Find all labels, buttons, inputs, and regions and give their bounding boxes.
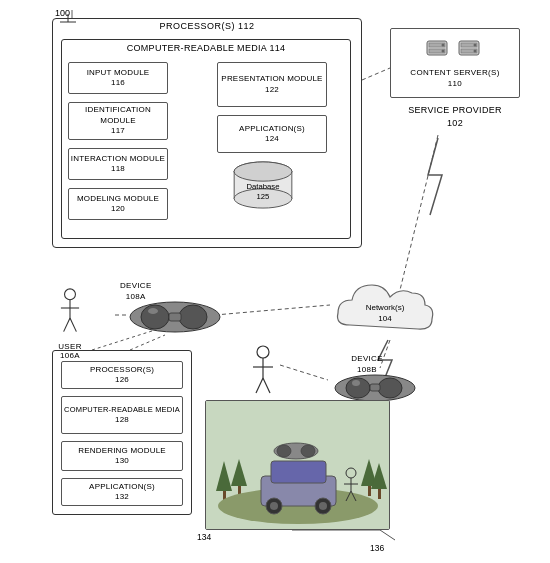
device-b-label: Device 108B	[322, 353, 412, 375]
diagram: 100 Processor(s) 112	[0, 0, 550, 563]
svg-point-69	[301, 445, 315, 457]
svg-rect-49	[370, 384, 380, 391]
service-provider-label: Service Provider 102	[395, 104, 515, 129]
database-cylinder: Database 125	[225, 160, 301, 210]
server-icon-2	[457, 37, 485, 65]
ref-134: 134	[197, 532, 211, 542]
svg-point-40	[148, 308, 158, 314]
network-cloud: Network(s) 104	[330, 275, 440, 340]
svg-text:125: 125	[257, 192, 270, 201]
svg-point-66	[319, 502, 327, 510]
svg-point-50	[352, 380, 360, 386]
svg-line-45	[263, 378, 270, 393]
svg-point-27	[474, 43, 477, 46]
svg-point-41	[257, 346, 269, 358]
svg-text:Network(s): Network(s)	[366, 303, 405, 312]
svg-line-5	[215, 305, 330, 315]
svg-rect-59	[378, 489, 381, 499]
svg-line-8	[280, 365, 328, 380]
processor-label: Processor(s) 112	[159, 21, 254, 31]
crm-label: Computer-Readable Media 114	[127, 43, 286, 53]
svg-point-48	[378, 378, 402, 398]
svg-point-31	[65, 289, 76, 300]
server-icons	[425, 37, 485, 65]
device-processor-box: Processor(s) 126 Computer-Readable Media…	[52, 350, 192, 515]
identification-module-box: Identification Module 117	[68, 102, 168, 140]
svg-line-3	[400, 135, 438, 290]
content-server-label: Content Server(s) 110	[410, 67, 499, 89]
scene-svg	[206, 401, 390, 530]
scene-box	[205, 400, 390, 530]
applications-box: Application(s) 124	[217, 115, 327, 153]
svg-point-16	[234, 162, 292, 181]
svg-point-38	[179, 305, 207, 329]
user-a-figure	[55, 288, 85, 338]
svg-point-23	[442, 49, 445, 52]
crm-box: Computer-Readable Media 114 Input Module…	[61, 39, 351, 239]
ref-136: 136	[370, 543, 384, 553]
content-server-box: Content Server(s) 110	[390, 28, 520, 98]
figure-number: 100	[55, 8, 70, 18]
device-a-label: Device 108A	[120, 280, 152, 302]
presentation-module-box: Presentation Module 122	[217, 62, 327, 107]
svg-point-68	[277, 445, 291, 457]
svg-text:104: 104	[378, 314, 392, 323]
svg-text:Database: Database	[247, 182, 280, 191]
svg-point-22	[442, 43, 445, 46]
input-module-box: Input Module 116	[68, 62, 168, 94]
svg-line-44	[256, 378, 263, 393]
svg-rect-62	[271, 461, 326, 483]
svg-point-64	[270, 502, 278, 510]
interaction-module-box: Interaction Module 118	[68, 148, 168, 180]
device-render-module: Rendering Module 130	[61, 441, 183, 471]
device-crm-module: Computer-Readable Media 128	[61, 396, 183, 434]
processor-box: Processor(s) 112 Computer-Readable Media…	[52, 18, 362, 248]
user-b-figure	[248, 345, 278, 400]
device-apps-module: Application(s) 132	[61, 478, 183, 506]
svg-rect-57	[368, 486, 371, 496]
svg-line-34	[64, 318, 70, 332]
server-icon-1	[425, 37, 453, 65]
modeling-module-box: Modeling Module 120	[68, 188, 168, 220]
svg-line-2	[362, 68, 390, 80]
svg-rect-39	[169, 313, 181, 321]
svg-point-28	[474, 49, 477, 52]
svg-line-11	[380, 530, 395, 540]
svg-line-35	[70, 318, 76, 332]
device-proc-module: Processor(s) 126	[61, 361, 183, 389]
